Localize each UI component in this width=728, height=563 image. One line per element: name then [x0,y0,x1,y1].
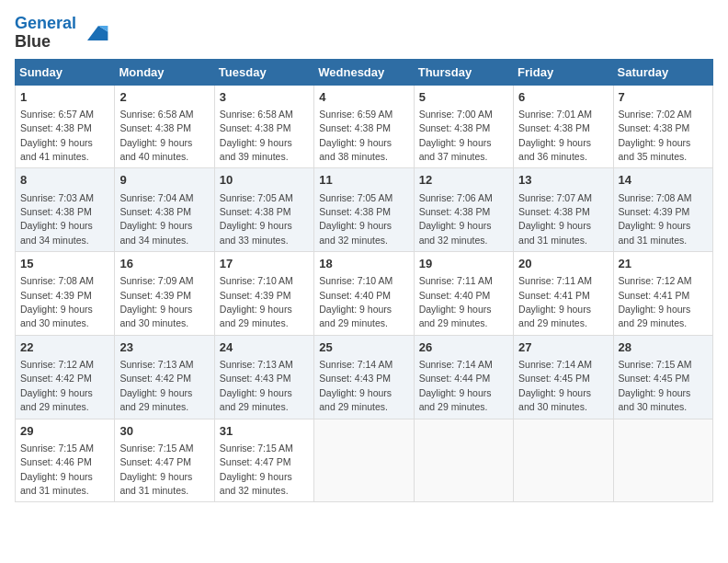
daylight-text: Daylight: 9 hours [518,220,591,231]
sunset-text: Sunset: 4:38 PM [119,122,191,133]
daylight-minutes: and 33 minutes. [220,235,289,246]
calendar-cell: 28 Sunrise: 7:15 AM Sunset: 4:45 PM Dayl… [613,335,712,419]
sunrise-text: Sunrise: 7:12 AM [20,359,94,370]
calendar-cell: 21 Sunrise: 7:12 AM Sunset: 4:41 PM Dayl… [613,252,712,336]
day-number: 3 [220,89,309,106]
day-number: 7 [619,89,708,106]
sunrise-text: Sunrise: 7:07 AM [518,192,592,203]
daylight-minutes: and 31 minutes. [518,235,587,246]
week-row-1: 1 Sunrise: 6:57 AM Sunset: 4:38 PM Dayli… [16,85,713,168]
sunrise-text: Sunrise: 7:09 AM [119,275,193,286]
daylight-text: Daylight: 9 hours [119,137,192,148]
daylight-text: Daylight: 9 hours [119,304,192,315]
calendar-cell: 13 Sunrise: 7:07 AM Sunset: 4:38 PM Dayl… [514,168,613,252]
daylight-text: Daylight: 9 hours [20,304,93,315]
daylight-minutes: and 31 minutes. [119,485,188,496]
day-number: 6 [518,89,608,106]
sunset-text: Sunset: 4:39 PM [119,290,191,301]
daylight-minutes: and 30 minutes. [518,401,587,412]
calendar-cell: 29 Sunrise: 7:15 AM Sunset: 4:46 PM Dayl… [16,419,115,502]
day-number: 14 [619,172,708,189]
day-number: 11 [319,172,408,189]
day-number: 13 [518,172,608,189]
calendar-cell: 26 Sunrise: 7:14 AM Sunset: 4:44 PM Dayl… [414,335,513,419]
sunrise-text: Sunrise: 7:11 AM [518,275,592,286]
calendar-cell: 6 Sunrise: 7:01 AM Sunset: 4:38 PM Dayli… [514,85,613,168]
sunset-text: Sunset: 4:43 PM [319,373,391,384]
sunrise-text: Sunrise: 7:01 AM [518,109,592,120]
sunrise-text: Sunrise: 7:15 AM [220,442,293,454]
calendar-cell: 19 Sunrise: 7:11 AM Sunset: 4:40 PM Dayl… [414,252,513,336]
calendar-cell: 14 Sunrise: 7:08 AM Sunset: 4:39 PM Dayl… [613,168,712,252]
sunset-text: Sunset: 4:38 PM [419,122,491,133]
daylight-minutes: and 29 minutes. [220,317,289,328]
day-number: 30 [119,423,209,440]
calendar-cell [414,419,513,502]
day-number: 19 [419,256,508,272]
logo: GeneralBlue [15,15,109,52]
daylight-minutes: and 35 minutes. [619,151,688,162]
day-header-monday: Monday [115,59,214,85]
daylight-text: Daylight: 9 hours [619,137,691,148]
day-number: 15 [20,256,109,272]
calendar-cell: 5 Sunrise: 7:00 AM Sunset: 4:38 PM Dayli… [414,85,513,168]
sunrise-text: Sunrise: 7:04 AM [119,192,193,203]
daylight-minutes: and 30 minutes. [20,317,89,328]
calendar-cell: 11 Sunrise: 7:05 AM Sunset: 4:38 PM Dayl… [314,168,414,252]
daylight-text: Daylight: 9 hours [419,304,492,315]
sunrise-text: Sunrise: 7:14 AM [319,359,392,370]
daylight-minutes: and 32 minutes. [419,235,488,246]
daylight-minutes: and 29 minutes. [119,401,188,412]
calendar-cell: 20 Sunrise: 7:11 AM Sunset: 4:41 PM Dayl… [514,252,613,336]
calendar-cell: 17 Sunrise: 7:10 AM Sunset: 4:39 PM Dayl… [214,252,313,336]
daylight-text: Daylight: 9 hours [220,220,292,231]
day-number: 12 [419,172,508,189]
sunrise-text: Sunrise: 7:00 AM [419,109,493,120]
sunset-text: Sunset: 4:38 PM [220,206,291,217]
daylight-text: Daylight: 9 hours [20,220,93,231]
sunset-text: Sunset: 4:41 PM [518,290,590,301]
daylight-text: Daylight: 9 hours [319,304,392,315]
daylight-minutes: and 31 minutes. [20,485,89,496]
daylight-minutes: and 29 minutes. [619,317,688,328]
day-number: 24 [220,339,309,356]
sunrise-text: Sunrise: 7:14 AM [518,359,592,370]
calendar-cell: 7 Sunrise: 7:02 AM Sunset: 4:38 PM Dayli… [613,85,712,168]
sunrise-text: Sunrise: 7:12 AM [619,275,692,286]
daylight-text: Daylight: 9 hours [419,220,492,231]
day-number: 22 [20,339,109,356]
calendar-cell: 16 Sunrise: 7:09 AM Sunset: 4:39 PM Dayl… [115,252,214,336]
sunset-text: Sunset: 4:38 PM [619,122,690,133]
day-number: 29 [20,423,109,440]
daylight-text: Daylight: 9 hours [319,387,392,398]
sunset-text: Sunset: 4:38 PM [518,206,590,217]
daylight-minutes: and 39 minutes. [220,151,289,162]
sunrise-text: Sunrise: 7:11 AM [419,275,493,286]
daylight-text: Daylight: 9 hours [619,220,691,231]
day-number: 25 [319,339,408,356]
sunset-text: Sunset: 4:38 PM [220,122,291,133]
day-number: 18 [319,256,408,272]
daylight-minutes: and 34 minutes. [119,235,188,246]
sunrise-text: Sunrise: 7:08 AM [20,275,94,286]
daylight-minutes: and 30 minutes. [619,401,688,412]
sunset-text: Sunset: 4:42 PM [119,373,191,384]
sunset-text: Sunset: 4:38 PM [20,206,92,217]
day-number: 16 [119,256,209,272]
sunrise-text: Sunrise: 7:06 AM [419,192,493,203]
calendar-cell: 15 Sunrise: 7:08 AM Sunset: 4:39 PM Dayl… [16,252,115,336]
day-number: 17 [220,256,309,272]
header: GeneralBlue [15,15,713,52]
calendar-cell: 22 Sunrise: 7:12 AM Sunset: 4:42 PM Dayl… [16,335,115,419]
sunset-text: Sunset: 4:38 PM [20,122,92,133]
calendar-body: 1 Sunrise: 6:57 AM Sunset: 4:38 PM Dayli… [16,85,713,502]
daylight-text: Daylight: 9 hours [319,137,392,148]
sunrise-text: Sunrise: 6:58 AM [119,109,193,120]
day-header-saturday: Saturday [613,59,712,85]
sunset-text: Sunset: 4:38 PM [518,122,590,133]
daylight-text: Daylight: 9 hours [419,137,492,148]
sunset-text: Sunset: 4:38 PM [319,122,391,133]
calendar-cell: 30 Sunrise: 7:15 AM Sunset: 4:47 PM Dayl… [115,419,214,502]
day-number: 21 [619,256,708,272]
sunrise-text: Sunrise: 7:14 AM [419,359,493,370]
